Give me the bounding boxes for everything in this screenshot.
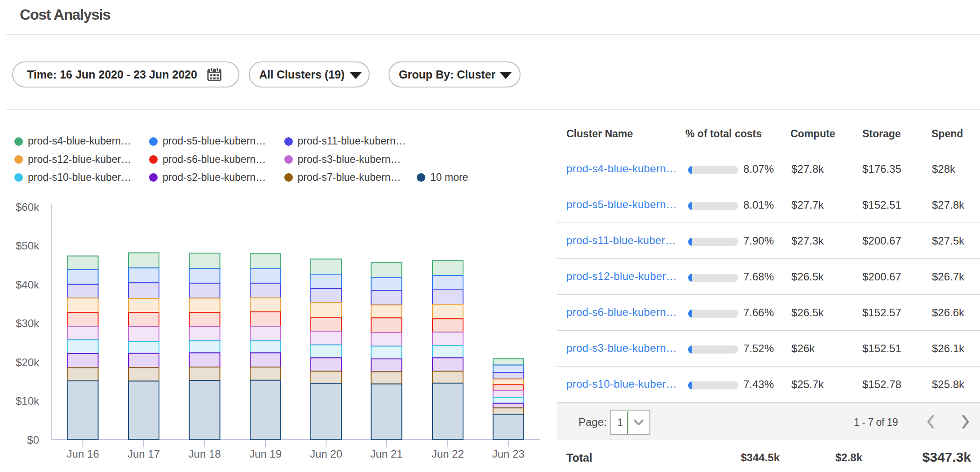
svg-text:Jun 18: Jun 18: [189, 448, 221, 460]
svg-text:$40k: $40k: [16, 279, 40, 291]
svg-text:$30k: $30k: [16, 317, 40, 329]
svg-text:Jun 23: Jun 23: [492, 448, 525, 460]
svg-text:$0: $0: [27, 434, 39, 446]
svg-text:Jun 21: Jun 21: [370, 448, 402, 460]
svg-text:Jun 19: Jun 19: [249, 448, 282, 460]
svg-text:$10k: $10k: [16, 395, 40, 407]
svg-text:$60k: $60k: [16, 201, 40, 213]
svg-text:$20k: $20k: [16, 356, 40, 368]
svg-text:$50k: $50k: [16, 240, 40, 252]
svg-text:Jun 16: Jun 16: [66, 448, 99, 460]
svg-text:Jun 17: Jun 17: [128, 448, 160, 460]
svg-text:Jun 20: Jun 20: [310, 448, 342, 460]
svg-text:Jun 22: Jun 22: [432, 448, 464, 460]
